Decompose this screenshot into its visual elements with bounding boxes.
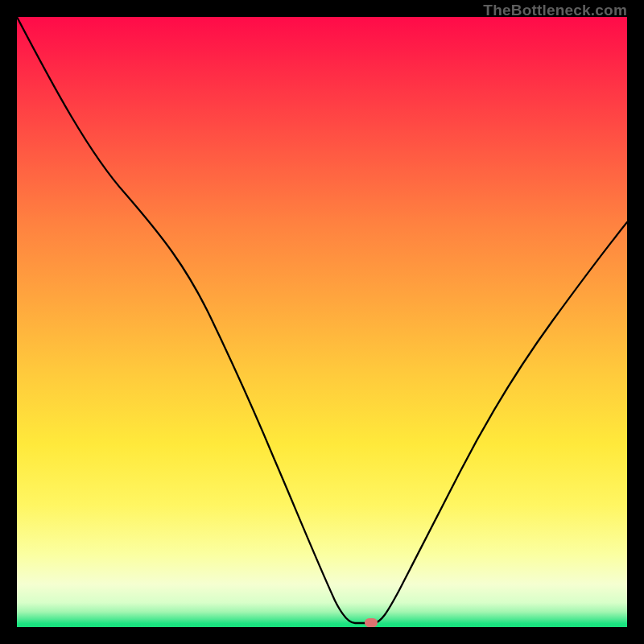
chart-canvas: TheBottleneck.com [0,0,644,644]
optimal-point-marker [365,618,378,627]
plot-area [17,17,627,627]
bottleneck-curve-path [17,17,627,623]
watermark-text: TheBottleneck.com [483,2,627,19]
bottleneck-curve [17,17,627,627]
